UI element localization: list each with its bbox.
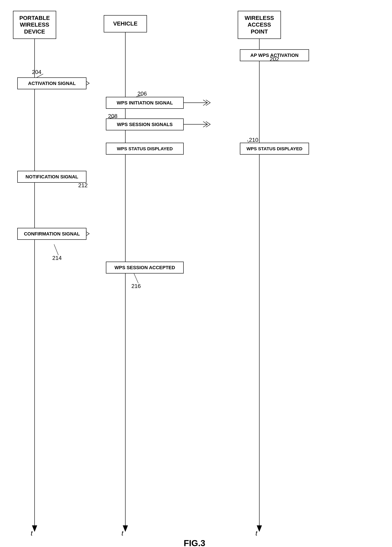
svg-marker-6: [123, 525, 128, 532]
time-label-wap: t: [255, 529, 257, 537]
msg-notification-signal: NOTIFICATION SIGNAL: [17, 171, 87, 183]
svg-marker-4: [32, 525, 37, 532]
ref-216: 216: [131, 283, 141, 289]
entity-vehicle: VEHICLE: [104, 15, 147, 32]
ref-202: 202: [270, 56, 279, 62]
msg-activation-signal: ACTIVATION SIGNAL: [17, 77, 87, 89]
svg-marker-8: [257, 525, 262, 532]
entity-wap: WIRELESS ACCESS POINT: [238, 11, 281, 39]
ref-208: 208: [108, 113, 117, 120]
diagram: PORTABLE WIRELESS DEVICE VEHICLE WIRELES…: [0, 0, 392, 547]
ref-214: 214: [52, 255, 61, 261]
ref-206: 206: [137, 90, 147, 97]
ref-212: 212: [78, 182, 88, 189]
figure-label: FIG.3: [151, 538, 238, 547]
msg-wps-status-vehicle: WPS STATUS DISPLAYED: [106, 143, 184, 155]
svg-line-22: [134, 274, 138, 283]
msg-confirmation-signal: CONFIRMATION SIGNAL: [17, 228, 87, 240]
msg-wps-session-signals: WPS SESSION SIGNALS: [106, 118, 184, 130]
svg-line-17: [247, 140, 249, 143]
ref-210: 210: [249, 137, 258, 143]
time-label-vehicle: t: [122, 529, 123, 537]
svg-line-21: [54, 244, 58, 255]
ref-204: 204: [32, 69, 41, 75]
msg-wps-session-accepted: WPS SESSION ACCEPTED: [106, 262, 184, 274]
msg-wps-status-wap: WPS STATUS DISPLAYED: [240, 143, 309, 155]
msg-wps-initiation: WPS INITIATION SIGNAL: [106, 97, 184, 109]
entity-portable: PORTABLE WIRELESS DEVICE: [13, 11, 56, 39]
time-label-portable: t: [31, 529, 33, 537]
